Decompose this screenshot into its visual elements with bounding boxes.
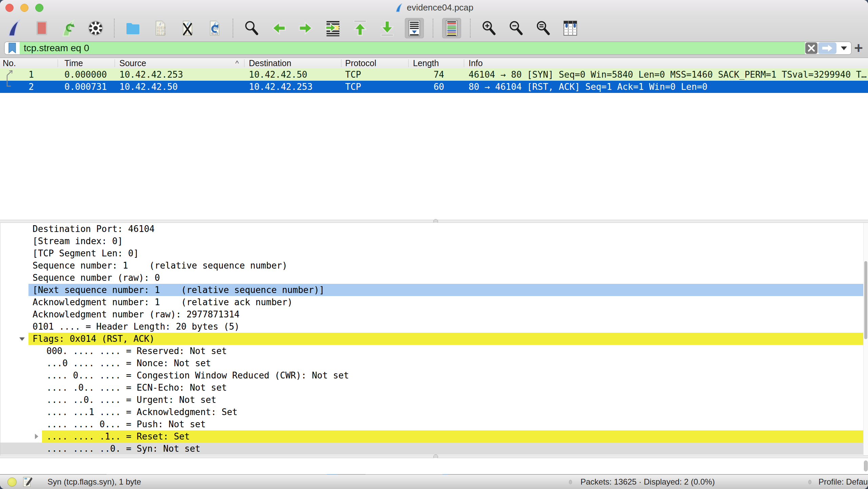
details-scrollbar-thumb[interactable] [864, 261, 867, 339]
column-separator[interactable] [244, 59, 244, 67]
detail-line[interactable]: .... .... 0... = Push: Not set [0, 418, 868, 430]
auto-scroll-button[interactable] [405, 18, 424, 38]
packet-bytes-pane[interactable]: 0020 2a fd 00 50 b4 18 00 00 00 00 b1 7e… [0, 458, 868, 474]
detail-line-reset-highlighted[interactable]: .... .... .1.. = Reset: Set [0, 430, 868, 443]
zoom-in-button[interactable] [479, 18, 498, 38]
display-filter-field[interactable]: tcp.stream eq 0 [4, 41, 852, 55]
packet-row-1[interactable]: 1 0.000000 10.42.42.253 10.42.42.50 TCP … [0, 69, 868, 81]
packets-count-status: Packets: 13625 · Displayed: 2 (0.0%) [580, 475, 715, 489]
column-header-protocol[interactable]: Protocol [345, 58, 376, 69]
column-header-info[interactable]: Info [469, 58, 483, 69]
reload-file-button[interactable]: 1010 0110 [205, 18, 224, 38]
detail-line[interactable]: Acknowledgment number: 1 (relative ack n… [0, 296, 868, 308]
titlebar[interactable]: evidence04.pcap [0, 0, 868, 15]
column-header-time[interactable]: Time [64, 58, 83, 69]
detail-line[interactable]: 0101 .... = Header Length: 20 bytes (5) [0, 320, 868, 333]
clear-icon [807, 44, 815, 52]
detail-line[interactable]: Sequence number: 1 (relative sequence nu… [0, 259, 868, 272]
go-to-packet-button[interactable] [323, 18, 342, 38]
wireshark-window: evidence04.pcap [0, 0, 868, 489]
column-separator[interactable] [115, 59, 115, 67]
cell-destination: 10.42.42.50 [249, 69, 307, 81]
selected-field-status: Syn (tcp.flags.syn), 1 byte [47, 475, 141, 489]
detail-line-syn-selected[interactable]: .... .... ..0. = Syn: Not set [0, 443, 868, 455]
column-header-destination[interactable]: Destination [249, 58, 291, 69]
expander-down-icon[interactable] [19, 337, 25, 341]
detail-line[interactable]: Destination Port: 46104 [0, 223, 868, 235]
detail-line[interactable]: Acknowledgment number (raw): 2977871314 [0, 308, 868, 320]
detail-line[interactable]: .... ..0. .... = Urgent: Not set [0, 394, 868, 406]
display-filter-bar: tcp.stream eq 0 + [0, 40, 868, 58]
go-forward-button[interactable] [296, 18, 315, 38]
details-scrollbar[interactable] [863, 223, 868, 455]
pane-splitter[interactable] [0, 455, 868, 458]
detail-line[interactable]: 000. .... .... = Reserved: Not set [0, 345, 868, 357]
filter-dropdown-button[interactable] [837, 42, 851, 54]
detail-line[interactable]: [Stream index: 0] [0, 235, 868, 247]
filter-input[interactable]: tcp.stream eq 0 [20, 42, 805, 54]
column-separator[interactable] [341, 59, 341, 67]
cell-source: 10.42.42.50 [119, 81, 178, 93]
go-first-packet-button[interactable] [351, 18, 370, 38]
column-header-source[interactable]: Source [119, 58, 146, 69]
detail-line[interactable]: Sequence number (raw): 0 [0, 272, 868, 284]
colorize-packets-button[interactable] [442, 18, 461, 38]
detail-line-next-seq-highlighted[interactable]: [Next sequence number: 1 (relative seque… [0, 284, 868, 296]
capture-comment-button[interactable] [22, 476, 33, 489]
cell-info: 46104 → 80 [SYN] Seq=0 Win=5840 Len=0 MS… [469, 69, 867, 81]
close-file-button[interactable]: 01110 [178, 18, 197, 38]
wireshark-doc-icon [395, 3, 403, 13]
restart-capture-button[interactable] [59, 18, 78, 38]
find-packet-button[interactable] [242, 18, 261, 38]
status-separator-icon [569, 480, 572, 484]
capture-options-button[interactable] [86, 18, 105, 38]
column-separator[interactable] [58, 59, 58, 67]
zoom-in-icon [480, 19, 498, 37]
status-bar: Syn (tcp.flags.syn), 1 byte Packets: 136… [0, 474, 868, 489]
shark-fin-icon [5, 19, 23, 37]
main-toolbar: 01010 01101 01110 01110 [5, 18, 580, 39]
arrow-right-icon [297, 19, 315, 37]
zoom-out-button[interactable] [507, 18, 526, 38]
hex-scrollbar-thumb[interactable] [864, 461, 868, 471]
filter-clear-button[interactable] [805, 42, 817, 54]
window-title: evidence04.pcap [407, 2, 474, 13]
packet-details-pane: Destination Port: 46104 [Stream index: 0… [0, 223, 868, 455]
go-last-packet-button[interactable] [378, 18, 397, 38]
cell-protocol: TCP [345, 69, 361, 81]
column-separator[interactable] [408, 59, 409, 67]
detail-line[interactable]: [TCP Segment Len: 0] [0, 247, 868, 259]
reload-document-icon: 1010 0110 [205, 19, 223, 37]
save-file-button[interactable]: 01010 01101 01110 [151, 18, 170, 38]
cell-info: 80 → 46104 [RST, ACK] Seq=1 Ack=1 Win=0 … [469, 81, 707, 93]
detail-line[interactable]: .... ...1 .... = Acknowledgment: Set [0, 406, 868, 418]
column-header-length[interactable]: Length [413, 58, 439, 69]
resize-columns-button[interactable] [561, 18, 580, 38]
detail-line[interactable]: ...0 .... .... = Nonce: Not set [0, 357, 868, 369]
dropdown-caret-icon [841, 46, 847, 50]
detail-line[interactable]: .... 0... .... = Congestion Window Reduc… [0, 369, 868, 382]
packet-row-2-selected[interactable]: 2 0.000731 10.42.42.50 10.42.42.253 TCP … [0, 81, 868, 93]
expert-info-button[interactable] [7, 477, 17, 487]
detail-line[interactable]: .... .0.. .... = ECN-Echo: Not set [0, 382, 868, 394]
start-capture-button[interactable] [5, 18, 24, 38]
expander-right-icon[interactable] [35, 434, 38, 439]
go-back-button[interactable] [269, 18, 288, 38]
close-document-icon: 01110 [178, 19, 196, 37]
detail-line-flags-highlighted[interactable]: Flags: 0x014 (RST, ACK) [0, 333, 868, 345]
auto-scroll-icon [406, 19, 423, 37]
profile-status[interactable]: Profile: Default [818, 475, 868, 489]
pane-splitter[interactable] [0, 220, 868, 223]
filter-add-button[interactable]: + [851, 40, 866, 56]
filter-bookmark-button[interactable] [5, 42, 20, 54]
restart-fin-icon [60, 19, 77, 37]
cell-protocol: TCP [345, 81, 361, 93]
resize-columns-icon [561, 19, 579, 37]
stop-capture-button[interactable] [32, 18, 51, 38]
open-file-button[interactable] [123, 18, 142, 38]
column-header-no[interactable]: No. [3, 58, 16, 69]
svg-text:01110: 01110 [157, 32, 166, 36]
filter-apply-button[interactable] [818, 42, 836, 54]
column-separator[interactable] [464, 59, 464, 67]
zoom-original-button[interactable] [534, 18, 553, 38]
